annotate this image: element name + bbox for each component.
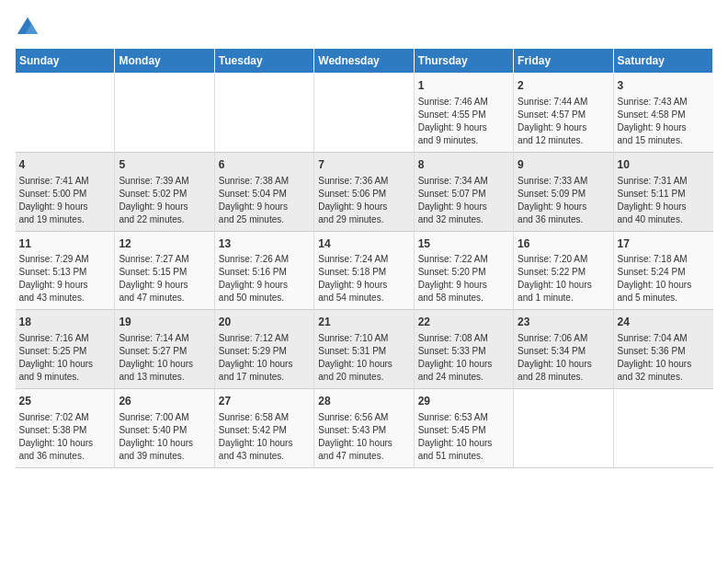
day-number: 10: [618, 157, 710, 173]
calendar-cell: [514, 389, 613, 468]
day-content: Sunrise: 7:27 AM: [119, 253, 210, 266]
day-content: Sunset: 5:04 PM: [219, 188, 310, 201]
day-content: Daylight: 9 hours: [119, 201, 210, 213]
day-content: Sunrise: 6:58 AM: [219, 411, 310, 424]
day-content: and 13 minutes.: [119, 371, 210, 384]
header-row: SundayMondayTuesdayWednesdayThursdayFrid…: [16, 49, 713, 74]
day-number: 1: [418, 78, 509, 94]
calendar-cell: 19Sunrise: 7:14 AMSunset: 5:27 PMDayligh…: [115, 310, 214, 389]
day-number: 14: [318, 236, 409, 252]
calendar-cell: 10Sunrise: 7:31 AMSunset: 5:11 PMDayligh…: [613, 152, 712, 231]
day-content: Sunset: 5:00 PM: [19, 188, 111, 201]
day-number: 20: [219, 315, 310, 330]
calendar-cell: 5Sunrise: 7:39 AMSunset: 5:02 PMDaylight…: [115, 152, 214, 231]
day-content: Daylight: 10 hours: [518, 279, 609, 292]
day-content: and 5 minutes.: [618, 292, 710, 304]
calendar-cell: 22Sunrise: 7:08 AMSunset: 5:33 PMDayligh…: [414, 310, 513, 389]
day-content: Daylight: 9 hours: [418, 201, 509, 213]
day-content: Daylight: 9 hours: [518, 121, 609, 134]
day-content: and 9 minutes.: [418, 134, 509, 147]
day-content: and 47 minutes.: [318, 450, 409, 463]
day-content: and 32 minutes.: [418, 213, 509, 226]
day-number: 9: [518, 157, 609, 173]
day-number: 11: [19, 236, 111, 252]
calendar-cell: 1Sunrise: 7:46 AMSunset: 4:55 PMDaylight…: [414, 74, 513, 153]
day-content: Sunrise: 7:04 AM: [618, 332, 710, 345]
calendar-cell: 8Sunrise: 7:34 AMSunset: 5:07 PMDaylight…: [414, 152, 513, 231]
day-number: 27: [219, 394, 310, 409]
day-content: and 43 minutes.: [219, 450, 310, 463]
calendar-cell: [16, 74, 115, 153]
day-content: Sunrise: 7:18 AM: [618, 253, 710, 266]
day-content: Sunset: 5:07 PM: [418, 188, 509, 201]
logo-icon: [15, 15, 40, 40]
day-number: 6: [219, 157, 310, 173]
day-content: Sunrise: 7:14 AM: [119, 332, 210, 345]
day-content: and 12 minutes.: [518, 134, 609, 147]
calendar-cell: 24Sunrise: 7:04 AMSunset: 5:36 PMDayligh…: [613, 310, 712, 389]
day-number: 21: [318, 315, 409, 330]
day-content: Daylight: 9 hours: [19, 201, 111, 213]
day-content: Sunset: 4:55 PM: [418, 109, 509, 121]
day-content: and 9 minutes.: [19, 371, 111, 384]
calendar-cell: 2Sunrise: 7:44 AMSunset: 4:57 PMDaylight…: [514, 74, 613, 153]
day-content: Daylight: 9 hours: [19, 279, 111, 292]
day-number: 19: [119, 315, 210, 330]
day-number: 2: [518, 78, 609, 94]
header: [15, 15, 713, 40]
day-number: 4: [19, 157, 111, 173]
day-content: Sunset: 5:22 PM: [518, 266, 609, 279]
week-row: 1Sunrise: 7:46 AMSunset: 4:55 PMDaylight…: [16, 74, 713, 153]
day-content: Sunset: 5:18 PM: [318, 266, 409, 279]
day-content: Sunset: 5:42 PM: [219, 424, 310, 437]
day-content: Daylight: 9 hours: [418, 121, 509, 134]
day-content: Daylight: 10 hours: [318, 437, 409, 450]
calendar-cell: [115, 74, 214, 153]
day-content: and 22 minutes.: [119, 213, 210, 226]
day-content: Sunrise: 7:00 AM: [119, 411, 210, 424]
day-number: 5: [119, 157, 210, 173]
day-content: Sunrise: 7:41 AM: [19, 175, 111, 188]
week-row: 4Sunrise: 7:41 AMSunset: 5:00 PMDaylight…: [16, 152, 713, 231]
day-content: and 15 minutes.: [618, 134, 710, 147]
day-content: Sunset: 5:16 PM: [219, 266, 310, 279]
day-number: 15: [418, 236, 509, 252]
day-content: Sunrise: 7:10 AM: [318, 332, 409, 345]
calendar-cell: 21Sunrise: 7:10 AMSunset: 5:31 PMDayligh…: [314, 310, 414, 389]
day-content: Daylight: 9 hours: [518, 201, 609, 213]
day-content: and 19 minutes.: [19, 213, 111, 226]
day-content: and 58 minutes.: [418, 292, 509, 304]
day-content: Sunrise: 7:43 AM: [618, 96, 710, 109]
day-content: and 39 minutes.: [119, 450, 210, 463]
day-content: and 24 minutes.: [418, 371, 509, 384]
day-number: 12: [119, 236, 210, 252]
calendar-cell: 23Sunrise: 7:06 AMSunset: 5:34 PMDayligh…: [514, 310, 613, 389]
day-content: Sunset: 4:58 PM: [618, 109, 710, 121]
day-content: Daylight: 10 hours: [618, 279, 710, 292]
day-content: Daylight: 9 hours: [219, 279, 310, 292]
calendar-cell: 29Sunrise: 6:53 AMSunset: 5:45 PMDayligh…: [414, 389, 513, 468]
day-content: and 29 minutes.: [318, 213, 409, 226]
day-content: and 51 minutes.: [418, 450, 509, 463]
calendar-cell: 7Sunrise: 7:36 AMSunset: 5:06 PMDaylight…: [314, 152, 414, 231]
logo: [15, 15, 44, 40]
calendar-cell: 9Sunrise: 7:33 AMSunset: 5:09 PMDaylight…: [514, 152, 613, 231]
week-row: 18Sunrise: 7:16 AMSunset: 5:25 PMDayligh…: [16, 310, 713, 389]
day-content: and 1 minute.: [518, 292, 609, 304]
day-number: 3: [618, 78, 710, 94]
day-content: Sunrise: 7:20 AM: [518, 253, 609, 266]
day-content: Sunrise: 7:31 AM: [618, 175, 710, 188]
calendar-cell: 3Sunrise: 7:43 AMSunset: 4:58 PMDaylight…: [613, 74, 712, 153]
day-content: Sunset: 5:09 PM: [518, 188, 609, 201]
day-number: 25: [19, 394, 111, 409]
day-content: Sunrise: 7:16 AM: [19, 332, 111, 345]
calendar-cell: 4Sunrise: 7:41 AMSunset: 5:00 PMDaylight…: [16, 152, 115, 231]
calendar-cell: 26Sunrise: 7:00 AMSunset: 5:40 PMDayligh…: [115, 389, 214, 468]
day-content: Daylight: 9 hours: [418, 279, 509, 292]
day-content: Sunrise: 7:26 AM: [219, 253, 310, 266]
day-content: Sunset: 5:20 PM: [418, 266, 509, 279]
header-cell-saturday: Saturday: [613, 49, 712, 74]
day-content: and 32 minutes.: [618, 371, 710, 384]
day-number: 8: [418, 157, 509, 173]
calendar-cell: 16Sunrise: 7:20 AMSunset: 5:22 PMDayligh…: [514, 231, 613, 310]
